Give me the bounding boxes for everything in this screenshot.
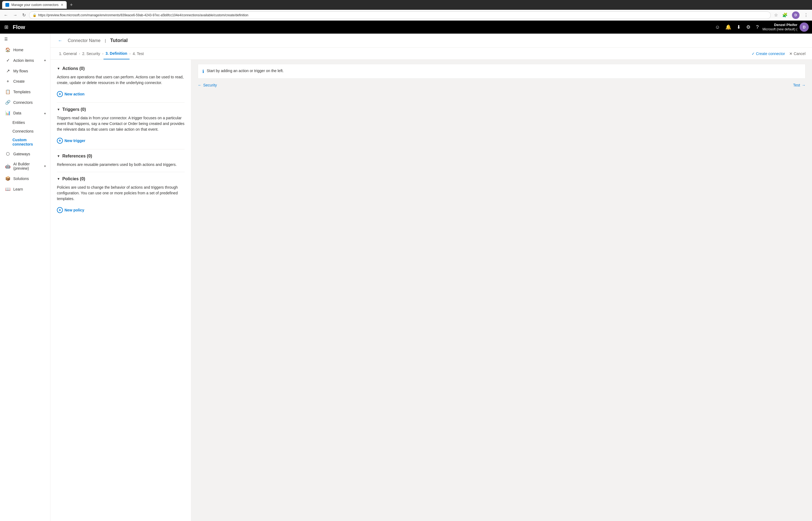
steps-actions: ✓ Create connector ✕ Cancel [751, 51, 806, 56]
security-back-icon: ← [198, 83, 201, 87]
actions-section-description: Actions are operations that users can pe… [57, 74, 185, 86]
sidebar-label-action-items: Action items [13, 58, 42, 63]
sidebar-label-solutions: Solutions [13, 177, 46, 181]
templates-icon: 📋 [5, 89, 10, 94]
new-action-button[interactable]: + New action [57, 90, 85, 98]
create-icon: + [5, 79, 10, 84]
references-section-title: References (0) [62, 154, 92, 159]
browser-toolbar: ← → ↻ 🔒 https://preview.flow.microsoft.c… [0, 10, 812, 21]
address-bar[interactable]: 🔒 https://preview.flow.microsoft.com/man… [29, 12, 771, 19]
browser-chrome: Manage your custom connectors ✕ + [0, 0, 812, 10]
sidebar-label-custom-connectors: Custom connectors [13, 138, 46, 146]
security-nav-link[interactable]: ← Security [198, 83, 217, 87]
step-test-label: 4. Test [133, 51, 144, 56]
step-security[interactable]: 2. Security [80, 51, 102, 56]
info-text: Start by adding an action or trigger on … [207, 69, 284, 73]
solutions-icon: 📦 [5, 176, 10, 181]
connectors-icon: 🔗 [5, 100, 10, 105]
profile-button[interactable]: D [790, 10, 801, 20]
policies-chevron[interactable]: ▼ [57, 177, 60, 181]
steps-bar: 1. General › 2. Security › 3. Definition… [50, 48, 812, 60]
download-button[interactable]: ⬇ [735, 23, 742, 32]
bookmark-button[interactable]: ☆ [772, 12, 780, 19]
references-section-description: References are reusable parameters used … [57, 162, 185, 167]
content-area: ← Connector Name | Tutorial 1. General ›… [50, 33, 812, 521]
new-policy-button[interactable]: + New policy [57, 206, 84, 214]
forward-nav-button[interactable]: → [11, 12, 19, 19]
step-general[interactable]: 1. General [57, 51, 79, 56]
sidebar-item-home[interactable]: 🏠 Home [0, 44, 50, 55]
sidebar-item-connections[interactable]: Connections [0, 127, 50, 136]
sidebar-item-solutions[interactable]: 📦 Solutions [0, 173, 50, 184]
security-label: Security [203, 83, 217, 87]
cancel-button[interactable]: ✕ Cancel [789, 51, 806, 56]
menu-button[interactable]: ⋮ [802, 12, 810, 19]
tab-title: Manage your custom connectors [11, 3, 58, 7]
actions-section-header: ▼ Actions (0) [57, 66, 185, 71]
sidebar-item-data[interactable]: 📊 Data ▴ [0, 108, 50, 118]
create-connector-label: Create connector [756, 51, 785, 56]
waffle-icon[interactable]: ⊞ [3, 23, 9, 31]
ai-builder-chevron: ▾ [44, 164, 46, 168]
notifications-button[interactable]: 🔔 [724, 23, 733, 32]
references-chevron[interactable]: ▼ [57, 154, 60, 158]
tab-close-button[interactable]: ✕ [61, 3, 64, 7]
tab-favicon [5, 3, 9, 7]
actions-chevron[interactable]: ▼ [57, 67, 60, 70]
actions-divider [57, 103, 185, 103]
help-button[interactable]: ? [754, 23, 760, 32]
extensions-button[interactable]: 🧩 [781, 12, 789, 19]
sidebar-item-ai-builder[interactable]: 🤖 AI Builder (preview) ▾ [0, 159, 50, 173]
sidebar-item-connectors[interactable]: 🔗 Connectors [0, 97, 50, 108]
definition-left-panel: ▼ Actions (0) Actions are operations tha… [50, 60, 191, 521]
create-connector-icon: ✓ [751, 51, 755, 56]
test-nav-link[interactable]: Test → [793, 83, 806, 87]
cancel-icon: ✕ [789, 51, 792, 56]
new-trigger-button[interactable]: + New trigger [57, 137, 85, 145]
back-button[interactable]: ← [57, 37, 64, 44]
refresh-button[interactable]: ↻ [21, 12, 27, 19]
settings-button[interactable]: ⚙ [744, 23, 752, 32]
sidebar-item-my-flows[interactable]: ↗ My flows [0, 66, 50, 76]
action-items-chevron: ▾ [44, 59, 46, 62]
learn-icon: 📖 [5, 186, 10, 191]
sidebar-item-entities[interactable]: Entities [0, 118, 50, 127]
user-name: Denzel Pfeifer [762, 23, 797, 27]
user-avatar: D [792, 12, 799, 19]
sidebar-item-action-items[interactable]: ✓ Action items ▾ [0, 55, 50, 66]
topbar-avatar[interactable]: D [799, 23, 809, 32]
app-topbar: ⊞ Flow ☺ 🔔 ⬇ ⚙ ? Denzel Pfeifer Microsof… [0, 21, 812, 33]
policies-section-title: Policies (0) [62, 177, 85, 181]
triggers-chevron[interactable]: ▼ [57, 108, 60, 111]
data-chevron: ▴ [44, 111, 46, 115]
sidebar-label-entities: Entities [13, 120, 25, 125]
topbar-actions: ☺ 🔔 ⬇ ⚙ ? Denzel Pfeifer Microsoft (new … [713, 23, 809, 32]
step-definition[interactable]: 3. Definition [103, 48, 129, 59]
info-icon: ℹ [202, 69, 204, 74]
header-separator: | [105, 39, 106, 43]
active-tab[interactable]: Manage your custom connectors ✕ [2, 1, 67, 9]
step-definition-label: 3. Definition [106, 51, 127, 55]
sidebar-item-gateways[interactable]: ⬡ Gateways [0, 149, 50, 159]
sidebar-item-custom-connectors[interactable]: Custom connectors [0, 136, 50, 149]
emoji-button[interactable]: ☺ [713, 23, 721, 32]
policies-section-description: Policies are used to change the behavior… [57, 185, 185, 202]
sidebar-item-templates[interactable]: 📋 Templates [0, 87, 50, 97]
triggers-section-description: Triggers read data in from your connecto… [57, 115, 185, 132]
sidebar-item-create[interactable]: + Create [0, 76, 50, 87]
sidebar-hamburger-button[interactable]: ☰ [0, 33, 50, 44]
back-nav-button[interactable]: ← [2, 12, 10, 19]
sidebar-item-learn[interactable]: 📖 Learn [0, 184, 50, 194]
sidebar-label-create: Create [13, 79, 46, 84]
action-items-icon: ✓ [5, 58, 10, 63]
step-test[interactable]: 4. Test [130, 51, 146, 56]
step-security-label: 2. Security [82, 51, 100, 56]
new-action-label: New action [65, 92, 85, 96]
page-header: ← Connector Name | Tutorial [50, 33, 812, 48]
lock-icon: 🔒 [32, 13, 37, 17]
new-tab-button[interactable]: + [69, 2, 74, 8]
triggers-section-header: ▼ Triggers (0) [57, 107, 185, 112]
tutorial-label: Tutorial [110, 38, 128, 43]
create-connector-button[interactable]: ✓ Create connector [751, 51, 785, 56]
user-org: Microsoft (new default) ( [762, 27, 797, 32]
